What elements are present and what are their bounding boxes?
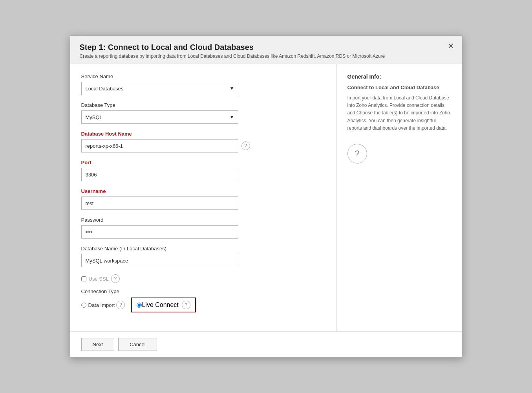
- info-panel-subtitle: Connect to Local and Cloud Database: [347, 84, 451, 90]
- use-ssl-checkbox[interactable]: [81, 276, 86, 281]
- db-host-label: Database Host Name: [81, 131, 325, 137]
- db-name-input[interactable]: [81, 254, 238, 267]
- db-name-label: Database Name (In Local Databases): [81, 246, 325, 252]
- username-label: Username: [81, 188, 325, 194]
- connection-type-section: Connection Type Data Import ? Live Conne…: [81, 288, 325, 312]
- info-panel-title: General Info:: [347, 73, 451, 80]
- port-input[interactable]: [81, 168, 238, 181]
- password-group: Password: [81, 217, 325, 239]
- port-label: Port: [81, 160, 325, 165]
- data-import-radio[interactable]: [81, 303, 86, 308]
- data-import-help-icon[interactable]: ?: [116, 301, 125, 309]
- live-connect-radio[interactable]: [137, 303, 142, 308]
- use-ssl-label[interactable]: Use SSL: [89, 276, 109, 282]
- data-import-option: Data Import ?: [81, 301, 125, 309]
- db-host-field-wrapper: ?: [81, 139, 250, 152]
- db-host-group: Database Host Name ?: [81, 131, 325, 152]
- service-name-group: Service Name Local Databases Cloud Datab…: [81, 73, 325, 95]
- use-ssl-help-icon[interactable]: ?: [111, 274, 120, 283]
- data-import-label[interactable]: Data Import: [88, 302, 115, 308]
- connection-type-radio-group: Data Import ? Live Connect ?: [81, 298, 325, 312]
- database-type-group: Database Type MySQL PostgreSQL MS SQL Se…: [81, 102, 325, 124]
- live-connect-option[interactable]: Live Connect ?: [131, 298, 196, 312]
- use-ssl-row: Use SSL ?: [81, 274, 325, 283]
- db-name-group: Database Name (In Local Databases): [81, 246, 325, 267]
- dialog-footer: Next Cancel: [70, 331, 462, 357]
- main-dialog: Step 1: Connect to Local and Cloud Datab…: [70, 35, 463, 358]
- username-group: Username: [81, 188, 325, 210]
- info-help-circle[interactable]: ?: [347, 144, 367, 163]
- dialog-subtitle: Create a reporting database by importing…: [80, 53, 453, 59]
- username-input[interactable]: [81, 196, 238, 210]
- connection-type-title: Connection Type: [81, 288, 325, 294]
- password-label: Password: [81, 217, 325, 223]
- password-input[interactable]: [81, 225, 238, 239]
- service-name-label: Service Name: [81, 73, 325, 79]
- service-name-select[interactable]: Local Databases Cloud Databases: [81, 82, 238, 95]
- live-connect-help-icon[interactable]: ?: [182, 301, 190, 309]
- dialog-body: Service Name Local Databases Cloud Datab…: [70, 64, 462, 331]
- db-host-help-icon[interactable]: ?: [241, 141, 250, 150]
- dialog-title: Step 1: Connect to Local and Cloud Datab…: [80, 43, 453, 52]
- port-group: Port: [81, 160, 325, 181]
- form-panel: Service Name Local Databases Cloud Datab…: [70, 64, 336, 331]
- database-type-label: Database Type: [81, 102, 325, 108]
- service-name-select-wrapper: Local Databases Cloud Databases ▼: [81, 82, 238, 95]
- live-connect-label[interactable]: Live Connect: [142, 301, 178, 309]
- db-host-input[interactable]: [81, 139, 238, 152]
- database-type-select-wrapper: MySQL PostgreSQL MS SQL Server Oracle ▼: [81, 110, 238, 124]
- dialog-header: Step 1: Connect to Local and Cloud Datab…: [70, 36, 462, 64]
- cancel-button[interactable]: Cancel: [118, 338, 157, 351]
- next-button[interactable]: Next: [81, 338, 115, 351]
- info-panel: General Info: Connect to Local and Cloud…: [336, 64, 462, 331]
- close-button[interactable]: ✕: [448, 42, 454, 50]
- database-type-select[interactable]: MySQL PostgreSQL MS SQL Server Oracle: [81, 110, 238, 124]
- info-panel-description: Import your data from Local and Cloud Da…: [347, 94, 451, 132]
